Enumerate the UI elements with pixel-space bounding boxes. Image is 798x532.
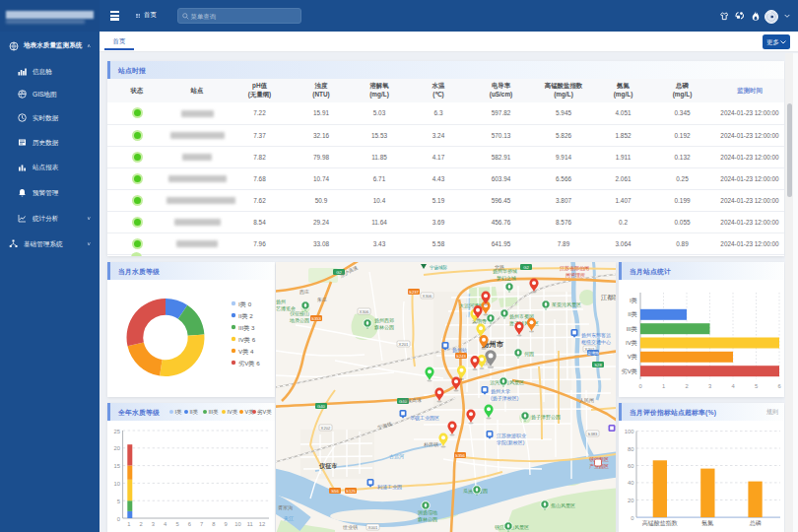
- svg-text:华砚工业园区: 华砚工业园区: [410, 415, 439, 422]
- svg-text:0: 0: [631, 515, 633, 521]
- svg-text:润扬湿地: 润扬湿地: [417, 509, 437, 516]
- svg-text:劣V类: 劣V类: [621, 367, 637, 375]
- svg-text:5: 5: [117, 499, 120, 504]
- svg-text:25: 25: [114, 429, 120, 434]
- svg-text:森林公园: 森林公园: [374, 324, 394, 331]
- svg-text:扬州大学: 扬州大学: [491, 388, 510, 395]
- svg-text:地质公园: 地质公园: [289, 317, 309, 324]
- svg-text:扬州华侨城: 扬州华侨城: [493, 268, 517, 275]
- svg-text:III类 3: III类 3: [238, 324, 255, 331]
- svg-text:朴席镇: 朴席镇: [423, 441, 438, 447]
- svg-text:何园: 何园: [524, 351, 534, 358]
- svg-text:100: 100: [625, 429, 634, 434]
- svg-text:总磷: 总磷: [749, 520, 762, 526]
- svg-text:扬州站: 扬州站: [452, 347, 467, 354]
- svg-text:II类: II类: [628, 310, 637, 317]
- svg-text:江苏省邵伯闸: 江苏省邵伯闸: [560, 265, 589, 272]
- svg-text:I类: I类: [175, 409, 183, 415]
- svg-text:III类: III类: [627, 325, 637, 332]
- svg-text:S353: S353: [311, 316, 321, 321]
- svg-text:12: 12: [259, 521, 265, 527]
- svg-text:利浦工业园: 利浦工业园: [377, 484, 402, 491]
- svg-text:S28: S28: [594, 363, 602, 367]
- svg-text:III类: III类: [209, 409, 220, 415]
- svg-text:6: 6: [777, 383, 780, 389]
- svg-text:1: 1: [127, 521, 130, 527]
- svg-text:10: 10: [234, 521, 240, 527]
- svg-text:4: 4: [164, 521, 167, 527]
- svg-text:X201: X201: [399, 342, 409, 347]
- svg-text:8: 8: [212, 521, 215, 527]
- svg-text:S356: S356: [455, 453, 465, 458]
- svg-text:6: 6: [188, 521, 191, 527]
- svg-text:3: 3: [708, 383, 711, 389]
- svg-text:朱庄: 朱庄: [317, 297, 327, 302]
- svg-text:G2: G2: [523, 265, 529, 270]
- svg-text:V类 4: V类 4: [238, 348, 254, 355]
- svg-text:胥家沟: 胥家沟: [278, 504, 293, 511]
- svg-text:V类: V类: [628, 353, 637, 360]
- svg-text:X306: X306: [423, 294, 432, 299]
- svg-text:IV类: IV类: [228, 409, 238, 415]
- svg-text:G40: G40: [317, 404, 326, 409]
- svg-text:氨氮: 氨氮: [701, 519, 713, 526]
- svg-text:11: 11: [247, 521, 253, 527]
- svg-text:森林公园: 森林公园: [418, 516, 437, 523]
- svg-text:S243: S243: [456, 354, 466, 359]
- svg-text:I类 0: I类 0: [238, 300, 252, 307]
- svg-text:60: 60: [628, 463, 633, 469]
- svg-text:梦幻之城: 梦幻之城: [497, 275, 516, 282]
- svg-text:10: 10: [114, 481, 120, 487]
- svg-text:扬州东部客运: 扬州东部客运: [581, 332, 611, 339]
- svg-text:枢纽交通中心: 枢纽交通中心: [581, 339, 611, 345]
- svg-text:扬州: 扬州: [276, 299, 286, 305]
- svg-text:劣V类 6: 劣V类 6: [238, 360, 260, 367]
- svg-text:1: 1: [662, 383, 665, 389]
- svg-text:学院(新校区): 学院(新校区): [497, 439, 525, 446]
- svg-text:(扬子津校区): (扬子津校区): [491, 395, 519, 402]
- svg-text:金湾路: 金湾路: [587, 351, 600, 356]
- svg-text:宁扬城际: 宁扬城际: [430, 264, 448, 271]
- svg-text:世业镇: 世业镇: [342, 524, 358, 530]
- svg-text:人民闸: 人民闸: [579, 397, 594, 404]
- svg-text:80: 80: [628, 446, 633, 452]
- svg-text:0: 0: [638, 383, 641, 389]
- svg-text:闸管理所: 闸管理所: [565, 272, 585, 279]
- svg-text:0: 0: [117, 516, 120, 522]
- svg-text:S125: S125: [346, 489, 356, 494]
- svg-text:西庄: 西庄: [299, 289, 309, 296]
- svg-text:IV类: IV类: [626, 339, 637, 346]
- svg-text:江都区: 江都区: [601, 294, 616, 301]
- svg-text:X001: X001: [368, 525, 378, 530]
- svg-text:2: 2: [685, 383, 688, 389]
- svg-text:4: 4: [731, 383, 735, 389]
- svg-text:江苏旅游职业: 江苏旅游职业: [497, 432, 526, 439]
- svg-text:艺博览会: 艺博览会: [276, 305, 296, 312]
- svg-text:X202: X202: [321, 426, 331, 431]
- svg-text:2: 2: [139, 521, 142, 527]
- svg-text:X306: X306: [360, 309, 369, 314]
- svg-text:IV类 6: IV类 6: [238, 336, 256, 343]
- svg-text:S56: S56: [331, 489, 339, 494]
- svg-text:夹江: 夹江: [284, 515, 294, 522]
- svg-text:3: 3: [152, 521, 155, 527]
- svg-text:II类 2: II类 2: [238, 312, 253, 319]
- svg-text:古运河: 古运河: [389, 453, 404, 460]
- svg-text:S383: S383: [588, 432, 598, 436]
- svg-text:40: 40: [628, 480, 633, 486]
- svg-text:I类: I类: [630, 297, 637, 303]
- svg-text:焦山风景区: 焦山风景区: [551, 502, 575, 508]
- svg-text:仪征捺山: 仪征捺山: [290, 310, 309, 317]
- svg-text:15: 15: [114, 463, 120, 469]
- svg-text:20: 20: [628, 498, 633, 503]
- svg-text:扬州西郊: 扬州西郊: [374, 317, 394, 324]
- svg-text:茱萸湾风景区: 茱萸湾风景区: [552, 301, 581, 308]
- svg-text:劣V类: 劣V类: [257, 409, 272, 416]
- svg-text:S237: S237: [409, 290, 419, 295]
- svg-text:仪征市: 仪征市: [318, 462, 338, 470]
- svg-text:20: 20: [114, 445, 120, 451]
- svg-text:9: 9: [225, 521, 228, 527]
- svg-text:扬子津野公园: 扬子津野公园: [531, 414, 561, 421]
- svg-text:5: 5: [175, 521, 178, 527]
- svg-text:高锰酸盐指数: 高锰酸盐指数: [642, 519, 678, 527]
